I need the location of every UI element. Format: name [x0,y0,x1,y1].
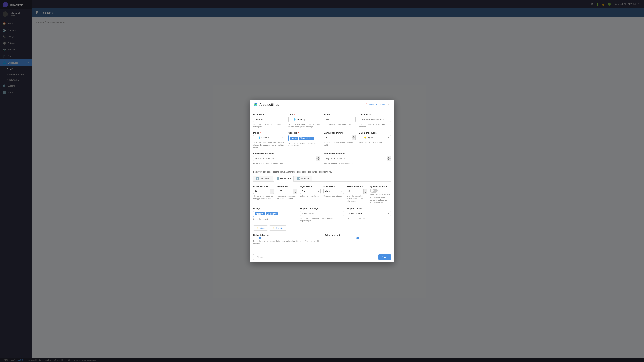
relay-delay-on-thumb[interactable] [258,237,261,240]
form-row-1: Enclosure * Terrarium Select the enclosu… [253,113,391,128]
light-status-select[interactable]: On Off Ignore [300,189,321,194]
day-night-source-help: Select source when it is 'day'. [359,141,391,144]
type-label: Type * [288,113,320,116]
increment-power-on[interactable]: ▲ [270,189,274,191]
increment-alarm-threshold[interactable]: ▲ [364,189,368,191]
remove-relay-sproeier[interactable]: × [275,213,276,215]
relay-tag-mister: Mister × [255,212,265,215]
low-alarm-deviation-help: Increase of decrease low alarm value. [253,162,320,165]
decrement-alarm-threshold[interactable]: ▼ [364,191,368,194]
alarm-threshold-wrapper: ▲ ▼ [347,189,367,194]
modal-close-button[interactable]: × [386,102,391,107]
day-night-diff-help: Amount to change between day and night. [324,141,356,146]
ignore-low-alarm-toggle[interactable] [370,189,378,193]
mode-group: Mode * 💧 Sensors Select the mode of this… [253,132,285,149]
relay-sproeier-label: Sproeier [276,227,284,229]
light-status-label: Light status [300,185,321,188]
alarm-threshold-group: Alarm threshold ▲ ▼ Enter the amount of … [347,185,367,204]
relay-section: Relays Mister × Sproeier × Select the re… [253,207,391,222]
relay-delay-off-group: Relay delay off * [324,234,391,245]
door-status-select[interactable]: Closed Open Ignore [323,189,344,194]
settle-time-group: Settle time ▲ ▼ The duration in seconds … [276,185,297,204]
light-status-help: Select the lights status. [300,195,321,197]
remove-tag-midden[interactable]: × [312,137,313,139]
decrement-settle[interactable]: ▼ [293,191,297,194]
relay-delay-on-group: Relay delay on * Select the delay in min… [253,234,320,245]
depend-on-relays-label: Depend on relays [300,207,344,210]
relays-tags-input[interactable]: Mister × Sproeier × [253,211,297,217]
enclosure-group: Enclosure * Terrarium Select the enclosu… [253,113,285,128]
tab-high-alarm[interactable]: ⬆️ High alarm [274,176,294,182]
type-select[interactable]: 💧 Humidity [288,117,320,122]
mode-select[interactable]: 💧 Sensors [253,135,285,140]
relay-buttons-row: ⚡ Mister ⚡ Sproeier [253,225,391,231]
ignore-low-alarm-group: Ignore low alarm Toggle to ignore the lo… [370,185,391,204]
sensors-label: Sensors * [288,132,320,134]
decrement-power-on[interactable]: ▼ [270,191,274,194]
relay-delay-on-track[interactable] [253,238,320,239]
sensors-tags-input[interactable]: Top × Midden links × [288,135,320,141]
type-select-wrapper: 💧 Humidity [288,117,320,122]
light-status-group: Light status On Off Ignore Select the li… [300,185,321,204]
modal-header: 🗺️ Area settings ❓ More help online. × [250,100,394,110]
relay-delay-off-fill [324,238,341,239]
relays-group: Relays Mister × Sproeier × Select the re… [253,207,297,222]
name-label: Name * [324,113,356,116]
increment-high-alarm[interactable]: ▲ [387,156,391,159]
door-status-help: Select the door status. [323,195,344,197]
relay-mister-label: Mister [260,227,265,229]
modal-title: Area settings [260,103,364,107]
form-row-2: Mode * 💧 Sensors Select the mode of this… [253,132,391,149]
divider-1 [253,168,391,168]
relay-button-mister[interactable]: ⚡ Mister [253,225,268,231]
relays-help: Select the relays to toggle. [253,218,297,220]
relay-delay-off-thumb[interactable] [356,237,359,240]
depend-on-relays-group: Depend on relays Select the relays of wh… [300,207,344,222]
increment-day-night-diff[interactable]: ▲ [352,135,356,138]
save-button[interactable]: Save [378,254,391,260]
decrement-high-alarm[interactable]: ▼ [387,158,391,161]
remove-relay-mister[interactable]: × [262,213,264,215]
tab-low-alarm[interactable]: ⬇️ Low alarm [253,176,273,181]
close-button[interactable]: Close [253,254,266,260]
sensor-tag-top: Top × [290,137,298,140]
high-alarm-tab-label: High alarm [280,177,291,180]
low-alarm-tab-label: Low alarm [260,177,270,180]
name-input[interactable] [324,117,356,122]
power-on-time-help: The duration in seconds to toggle on the… [253,195,274,200]
help-link[interactable]: More help online. [370,103,386,106]
type-group: Type * 💧 Humidity Select the type of are… [288,113,320,128]
relay-button-sproeier[interactable]: ⚡ Sproeier [269,225,286,231]
high-alarm-deviation-input[interactable] [324,156,391,161]
decrement-day-night-diff[interactable]: ▼ [352,138,356,140]
increment-low-alarm[interactable]: ▲ [316,156,320,159]
day-night-source-group: Day/night source 💡 Lights Select source … [359,132,391,149]
low-alarm-deviation-input[interactable] [253,156,320,161]
mode-help: Select the mode of this area. This will … [253,141,285,149]
door-status-select-wrapper: Closed Open Ignore [323,189,344,194]
high-alarm-deviation-group: High alarm deviation ▲ ▼ Increase of dec… [324,152,391,165]
ignore-low-alarm-help: Toggle to ignore the low alarm value of … [370,194,391,204]
enclosure-help: Select the enclosure where this area bel… [253,123,285,128]
alarm-threshold-help: Enter the amount of alarms before action… [347,195,367,202]
modal-backdrop[interactable]: 🗺️ Area settings ❓ More help online. × E… [0,0,644,362]
sensors-help: Select sensors to use for sensor based m… [288,142,320,147]
relay-delay-off-track[interactable] [324,238,391,239]
depend-on-relays-input[interactable] [300,211,344,216]
decrement-low-alarm[interactable]: ▼ [316,158,320,161]
remove-tag-top[interactable]: × [295,137,296,139]
tab-variation[interactable]: 🔄 Variation [294,176,312,181]
door-status-label: Door status [323,185,344,188]
relay-delay-on-fill [253,238,256,239]
depends-on-input[interactable] [359,117,391,122]
alarm-tabs: ⬇️ Low alarm ⬆️ High alarm 🔄 Variation [253,176,391,182]
name-group: Name * Enter an easy to remember name. [324,113,356,128]
increment-settle[interactable]: ▲ [293,189,297,191]
day-night-source-select[interactable]: 💡 Lights [359,135,391,140]
enclosure-select[interactable]: Terrarium [253,117,285,122]
day-night-source-label: Day/night source [359,132,391,134]
depend-mode-select-wrapper: Select a mode [347,211,391,216]
relay-sproeier-icon: ⚡ [272,227,274,229]
day-night-diff-input[interactable] [324,135,356,140]
depend-mode-select[interactable]: Select a mode [347,211,391,216]
